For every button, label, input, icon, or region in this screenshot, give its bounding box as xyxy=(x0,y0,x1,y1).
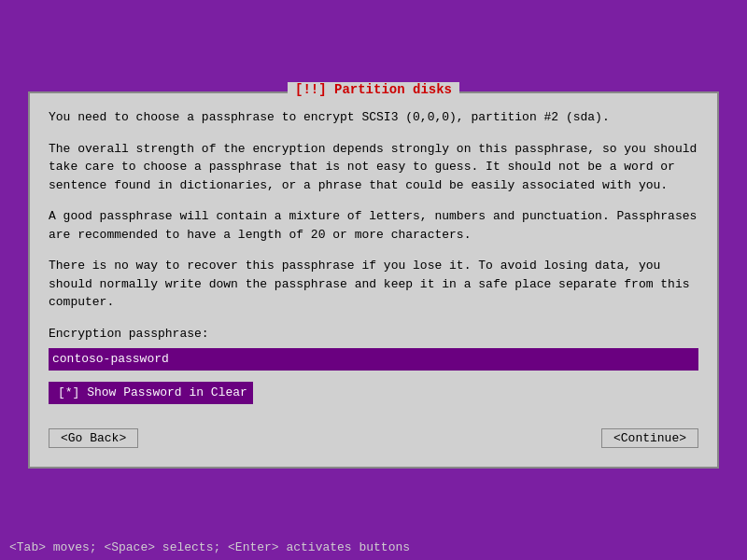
dialog-title: [!!] Partition disks xyxy=(288,82,459,97)
paragraph-2: The overall strength of the encryption d… xyxy=(49,140,698,195)
show-password-label: [*] Show Password in Clear xyxy=(58,384,247,402)
show-password-checkbox[interactable]: [*] Show Password in Clear xyxy=(49,382,253,404)
dialog-content: You need to choose a passphrase to encry… xyxy=(49,108,698,447)
paragraph-4: There is no way to recover this passphra… xyxy=(49,257,698,312)
go-back-button[interactable]: <Go Back> xyxy=(49,428,138,448)
passphrase-input[interactable]: contoso-password xyxy=(52,350,695,369)
paragraph-1: You need to choose a passphrase to encry… xyxy=(49,108,698,127)
passphrase-input-row[interactable]: contoso-password xyxy=(49,348,698,371)
partition-disks-dialog: [!!] Partition disks You need to choose … xyxy=(28,91,719,468)
status-bar: <Tab> moves; <Space> selects; <Enter> ac… xyxy=(0,535,747,560)
status-bar-text: <Tab> moves; <Space> selects; <Enter> ac… xyxy=(9,540,410,554)
buttons-row: <Go Back> <Continue> xyxy=(49,428,698,448)
paragraph-3: A good passphrase will contain a mixture… xyxy=(49,207,698,244)
continue-button[interactable]: <Continue> xyxy=(601,428,698,448)
passphrase-label: Encryption passphrase: xyxy=(49,325,698,343)
